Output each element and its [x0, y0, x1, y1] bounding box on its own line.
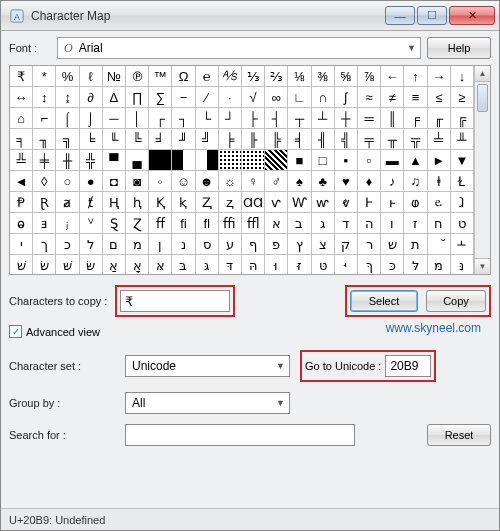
char-cell[interactable]: ∟ — [288, 87, 311, 108]
char-cell[interactable]: שׁ — [10, 255, 33, 275]
char-cell[interactable]: מּ — [428, 255, 451, 275]
char-cell[interactable]: ■ — [288, 150, 311, 171]
char-cell[interactable]: ⱸ — [428, 192, 451, 213]
char-cell[interactable]: ╕ — [10, 129, 33, 150]
char-cell[interactable]: ⱶ — [381, 192, 404, 213]
char-cell[interactable]: ◄ — [10, 171, 33, 192]
char-cell[interactable]: נּ — [451, 255, 474, 275]
char-cell[interactable]: ﬩ — [451, 234, 474, 255]
char-cell[interactable]: │ — [126, 108, 149, 129]
char-cell[interactable]: א — [265, 213, 288, 234]
char-cell[interactable]: ╝ — [196, 129, 219, 150]
char-cell[interactable]: ☼ — [219, 171, 242, 192]
char-cell[interactable]: ╬ — [80, 150, 103, 171]
char-cell[interactable]: ▬ — [381, 150, 404, 171]
char-cell[interactable]: ↓ — [451, 66, 474, 87]
char-cell[interactable]: ♂ — [265, 171, 288, 192]
char-cell[interactable]: ﬂ — [196, 213, 219, 234]
char-cell[interactable]: ┘ — [219, 108, 242, 129]
char-cell[interactable]: ☻ — [196, 171, 219, 192]
char-cell[interactable]: ≡ — [404, 87, 427, 108]
char-cell[interactable]: → — [428, 66, 451, 87]
reset-button[interactable]: Reset — [427, 424, 491, 446]
char-cell[interactable]: ס — [196, 234, 219, 255]
char-cell[interactable]: ⱬ — [219, 192, 242, 213]
char-cell[interactable]: ║ — [381, 108, 404, 129]
char-cell[interactable]: ┼ — [335, 108, 358, 129]
char-cell[interactable]: ⌡ — [80, 108, 103, 129]
char-cell[interactable]: ⱥ — [56, 192, 79, 213]
char-cell[interactable]: ≤ — [428, 87, 451, 108]
char-cell[interactable]: מ — [126, 234, 149, 255]
char-cell[interactable]: ╙ — [103, 129, 126, 150]
char-cell[interactable]: ╓ — [428, 108, 451, 129]
char-cell[interactable]: Ɀ — [126, 213, 149, 234]
char-cell[interactable]: י — [10, 234, 33, 255]
char-cell[interactable]: ⅜ — [312, 66, 335, 87]
char-cell[interactable]: ╚ — [126, 129, 149, 150]
char-cell[interactable]: ∕ — [196, 87, 219, 108]
char-cell[interactable]: ☺ — [172, 171, 195, 192]
char-cell[interactable]: ← — [381, 66, 404, 87]
char-cell[interactable]: ט — [451, 213, 474, 234]
char-cell[interactable]: ₹ — [10, 66, 33, 87]
char-cell[interactable]: Ᵽ — [10, 192, 33, 213]
char-cell[interactable]: ♠ — [288, 171, 311, 192]
char-cell[interactable]: דּ — [219, 255, 242, 275]
char-cell[interactable]: ה — [358, 213, 381, 234]
char-cell[interactable]: ∞ — [265, 87, 288, 108]
char-cell[interactable]: ⅍ — [219, 66, 242, 87]
char-cell[interactable] — [265, 150, 288, 171]
char-cell[interactable]: ╛ — [149, 129, 172, 150]
char-cell[interactable]: ⅓ — [242, 66, 265, 87]
group-by-select[interactable]: All ▼ — [125, 392, 290, 414]
char-cell[interactable]: ♥ — [335, 171, 358, 192]
char-cell[interactable]: ע — [219, 234, 242, 255]
char-cell[interactable]: לּ — [404, 255, 427, 275]
char-cell[interactable]: ► — [428, 150, 451, 171]
char-cell[interactable]: ╥ — [381, 129, 404, 150]
close-button[interactable]: ✕ — [449, 6, 495, 25]
char-cell[interactable]: ┬ — [288, 108, 311, 129]
char-cell[interactable]: ═ — [358, 108, 381, 129]
char-cell[interactable]: ≠ — [381, 87, 404, 108]
char-cell[interactable] — [196, 150, 219, 171]
char-cell[interactable]: פ — [265, 234, 288, 255]
char-cell[interactable]: ⅞ — [358, 66, 381, 87]
char-cell[interactable]: Ɫ — [451, 171, 474, 192]
char-cell[interactable]: ╖ — [33, 129, 56, 150]
char-cell[interactable]: ⱪ — [172, 192, 195, 213]
char-cell[interactable]: ↕ — [33, 87, 56, 108]
char-cell[interactable]: ┐ — [172, 108, 195, 129]
char-cell[interactable]: ♫ — [404, 171, 427, 192]
char-cell[interactable]: ⱱ — [265, 192, 288, 213]
char-cell[interactable]: ╘ — [80, 129, 103, 150]
char-cell[interactable]: ♦ — [358, 171, 381, 192]
char-cell[interactable]: ם — [103, 234, 126, 255]
char-cell[interactable]: Ⱪ — [149, 192, 172, 213]
char-cell[interactable]: ◘ — [103, 171, 126, 192]
char-cell[interactable]: └ — [196, 108, 219, 129]
char-cell[interactable]: ⱽ — [80, 213, 103, 234]
char-cell[interactable]: ↨ — [56, 87, 79, 108]
char-cell[interactable]: □ — [312, 150, 335, 171]
char-cell[interactable]: ﬁ — [172, 213, 195, 234]
char-cell[interactable]: שׂ — [33, 255, 56, 275]
chars-to-copy-input[interactable] — [120, 290, 230, 312]
char-cell[interactable]: ╩ — [10, 150, 33, 171]
search-input[interactable] — [125, 424, 355, 446]
char-cell[interactable] — [149, 150, 172, 171]
char-cell[interactable]: Ɽ — [33, 192, 56, 213]
char-cell[interactable]: אָ — [126, 255, 149, 275]
char-cell[interactable]: ו — [381, 213, 404, 234]
char-cell[interactable]: ↔ — [10, 87, 33, 108]
char-cell[interactable]: צ — [312, 234, 335, 255]
char-cell[interactable]: Δ — [103, 87, 126, 108]
char-cell[interactable]: № — [103, 66, 126, 87]
goto-unicode-input[interactable] — [385, 355, 431, 377]
char-cell[interactable]: ⱳ — [312, 192, 335, 213]
char-cell[interactable]: ∑ — [149, 87, 172, 108]
char-cell[interactable] — [242, 150, 265, 171]
char-cell[interactable] — [219, 150, 242, 171]
char-cell[interactable]: Ⱬ — [196, 192, 219, 213]
